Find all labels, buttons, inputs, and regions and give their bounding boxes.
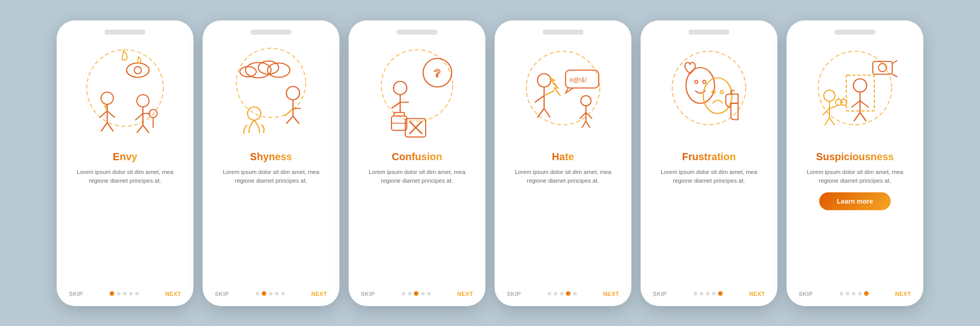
dot-1 <box>694 292 697 295</box>
card-frustration-body: Lorem ipsum dolor sit dim amet, mea regi… <box>651 168 767 186</box>
next-button-frustration[interactable]: NEXT <box>749 291 765 297</box>
dot-5 <box>135 292 139 295</box>
dots-frustration <box>694 291 723 296</box>
next-button-shyness[interactable]: NEXT <box>311 291 327 297</box>
dot-2 <box>117 292 120 295</box>
svg-line-5 <box>100 111 107 118</box>
illustration-suspiciousness <box>799 40 911 147</box>
phone-notch-3 <box>397 30 437 35</box>
skip-button-suspiciousness[interactable]: SKIP <box>799 291 813 297</box>
svg-line-14 <box>143 126 149 133</box>
card-hate-title: Hate <box>552 151 574 163</box>
skip-button-frustration[interactable]: SKIP <box>653 291 667 297</box>
svg-line-47 <box>535 96 544 103</box>
svg-line-34 <box>391 103 400 109</box>
dots-confusion <box>402 291 431 296</box>
card-shyness: Shyness Lorem ipsum dolor sit dim amet, … <box>203 20 339 306</box>
dot-1 <box>402 292 405 295</box>
dot-5 <box>718 291 723 296</box>
dots-hate <box>548 291 577 296</box>
illustration-confusion: ? <box>361 40 473 147</box>
card-hate-body: Lorem ipsum dolor sit dim amet, mea regi… <box>505 168 621 186</box>
skip-button-hate[interactable]: SKIP <box>507 291 521 297</box>
dot-5 <box>427 292 431 295</box>
svg-line-72 <box>892 74 897 77</box>
skip-button-envy[interactable]: SKIP <box>69 291 83 297</box>
svg-point-2 <box>134 67 141 74</box>
next-button-hate[interactable]: NEXT <box>603 291 619 297</box>
svg-line-79 <box>860 113 866 121</box>
svg-line-83 <box>829 106 837 109</box>
svg-text:?: ? <box>434 67 440 80</box>
next-button-confusion[interactable]: NEXT <box>457 291 473 297</box>
dot-2 <box>262 291 266 296</box>
svg-point-62 <box>703 81 706 84</box>
svg-point-1 <box>127 63 149 78</box>
dots-envy <box>110 291 139 296</box>
illustration-hate: #@!&! <box>507 40 619 147</box>
phone-notch-4 <box>543 30 583 35</box>
svg-point-61 <box>695 81 698 84</box>
svg-line-8 <box>107 123 113 132</box>
illustration-shyness <box>215 40 327 147</box>
next-button-suspiciousness[interactable]: NEXT <box>895 291 911 297</box>
card-envy-title: Envy <box>113 151 137 163</box>
svg-line-77 <box>860 101 869 108</box>
dot-2 <box>846 292 849 295</box>
svg-point-59 <box>672 52 746 125</box>
dot-1 <box>840 292 843 295</box>
illustration-envy <box>69 40 181 147</box>
svg-point-9 <box>137 95 149 107</box>
card-shyness-body: Lorem ipsum dolor sit dim amet, mea regi… <box>213 168 329 186</box>
card-frustration-title: Frustration <box>682 151 736 163</box>
svg-point-53 <box>581 96 591 106</box>
card-frustration: Frustration Lorem ipsum dolor sit dim am… <box>641 20 777 306</box>
dot-4 <box>566 291 571 296</box>
dot-2 <box>554 292 557 295</box>
phone-notch-2 <box>251 30 291 35</box>
dot-3 <box>269 292 273 295</box>
svg-point-0 <box>87 50 163 127</box>
dot-4 <box>858 292 862 295</box>
svg-line-90 <box>829 118 835 126</box>
card-confusion-body: Lorem ipsum dolor sit dim amet, mea regi… <box>359 168 475 186</box>
svg-line-26 <box>286 116 293 124</box>
svg-line-27 <box>293 116 299 124</box>
dot-1 <box>548 292 551 295</box>
card-confusion-title: Confusion <box>392 151 443 163</box>
card-shyness-footer: SKIP NEXT <box>213 291 329 297</box>
dots-suspiciousness <box>840 291 869 296</box>
svg-line-76 <box>851 101 860 108</box>
next-button-envy[interactable]: NEXT <box>165 291 181 297</box>
card-suspiciousness: Suspiciousness Lorem ipsum dolor sit dim… <box>787 20 923 306</box>
learn-more-button[interactable]: Learn more <box>819 192 891 210</box>
illustration-frustration <box>653 40 765 147</box>
svg-line-58 <box>586 121 590 128</box>
dot-5 <box>864 291 869 296</box>
card-envy: Envy Lorem ipsum dolor sit dim amet, mea… <box>57 20 193 306</box>
card-suspiciousness-title: Suspiciousness <box>816 151 894 163</box>
svg-point-63 <box>703 78 732 114</box>
dots-shyness <box>256 291 285 296</box>
card-envy-footer: SKIP NEXT <box>67 291 183 297</box>
svg-line-6 <box>107 111 115 118</box>
dot-4 <box>712 292 716 295</box>
dot-4 <box>275 292 279 295</box>
svg-line-24 <box>285 109 293 116</box>
dot-5 <box>281 292 285 295</box>
svg-point-3 <box>101 92 113 105</box>
svg-line-49 <box>537 109 544 118</box>
skip-button-shyness[interactable]: SKIP <box>215 291 229 297</box>
svg-line-57 <box>582 121 586 128</box>
svg-point-32 <box>394 82 407 95</box>
skip-button-confusion[interactable]: SKIP <box>361 291 375 297</box>
card-hate-footer: SKIP NEXT <box>505 291 621 297</box>
dot-3 <box>414 291 419 296</box>
card-envy-body: Lorem ipsum dolor sit dim amet, mea regi… <box>67 168 183 186</box>
svg-point-74 <box>853 79 867 92</box>
phone-notch-6 <box>835 30 875 35</box>
card-frustration-footer: SKIP NEXT <box>651 291 767 297</box>
dot-4 <box>421 292 425 295</box>
dot-1 <box>110 291 114 296</box>
svg-point-22 <box>286 87 300 100</box>
